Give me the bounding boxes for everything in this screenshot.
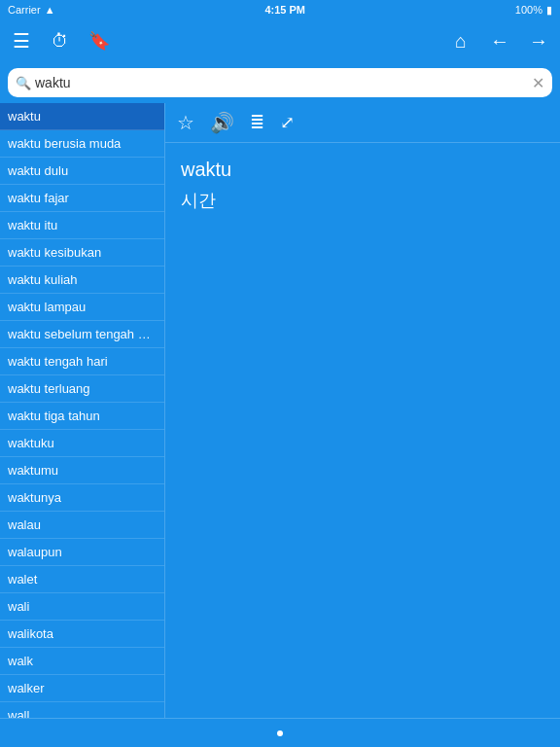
detail-toolbar: ☆ 🔊 ≣ ⤢ bbox=[165, 103, 560, 143]
word-list-item[interactable]: waktu fajar bbox=[0, 185, 164, 212]
word-list-item[interactable]: waktu berusia muda bbox=[0, 130, 164, 158]
detail-translation: 시간 bbox=[181, 189, 544, 212]
word-list-item[interactable]: walaupun bbox=[0, 539, 164, 566]
nav-left: ☰ ⏱ 🔖 bbox=[8, 29, 113, 53]
word-list-item[interactable]: wall bbox=[0, 702, 164, 718]
detail-panel: ☆ 🔊 ≣ ⤢ waktu 시간 bbox=[165, 103, 560, 718]
word-list-item[interactable]: walk bbox=[0, 648, 164, 675]
word-list-item[interactable]: waktu itu bbox=[0, 212, 164, 239]
tab-bar bbox=[0, 718, 560, 747]
search-clear-icon[interactable]: ✕ bbox=[532, 74, 544, 92]
search-input[interactable] bbox=[35, 75, 532, 90]
tab-indicator bbox=[277, 730, 283, 736]
status-time: 4:15 PM bbox=[264, 4, 305, 16]
nav-right: ⌂ ← → bbox=[447, 30, 552, 53]
status-right: 100% ▮ bbox=[515, 4, 552, 17]
word-list: waktuwaktu berusia mudawaktu duluwaktu f… bbox=[0, 103, 165, 718]
word-list-item[interactable]: walet bbox=[0, 566, 164, 593]
search-icon: 🔍 bbox=[16, 76, 31, 90]
word-list-item[interactable]: waktu dulu bbox=[0, 158, 164, 185]
search-input-wrap: 🔍 ✕ bbox=[8, 68, 552, 97]
expand-icon[interactable]: ⤢ bbox=[280, 112, 295, 133]
word-list-item[interactable]: waktu tengah hari bbox=[0, 348, 164, 375]
battery-icon: ▮ bbox=[546, 4, 552, 17]
word-list-item[interactable]: waktu lampau bbox=[0, 294, 164, 321]
wifi-icon: ▲ bbox=[45, 4, 55, 16]
word-list-item[interactable]: waktu tiga tahun bbox=[0, 403, 164, 430]
menu-icon[interactable]: ☰ bbox=[8, 29, 35, 53]
word-list-item[interactable]: walikota bbox=[0, 621, 164, 648]
home-icon[interactable]: ⌂ bbox=[447, 30, 474, 53]
list-detail-icon[interactable]: ≣ bbox=[250, 112, 264, 133]
status-bar: Carrier ▲ 4:15 PM 100% ▮ bbox=[0, 0, 560, 19]
word-list-item[interactable]: waktu kesibukan bbox=[0, 239, 164, 267]
star-icon[interactable]: ☆ bbox=[177, 111, 194, 134]
back-icon[interactable]: ← bbox=[486, 30, 513, 53]
word-list-item[interactable]: waktunya bbox=[0, 484, 164, 512]
audio-icon[interactable]: 🔊 bbox=[210, 111, 234, 134]
history-icon[interactable]: ⏱ bbox=[47, 31, 74, 52]
battery-label: 100% bbox=[515, 4, 542, 16]
carrier-label: Carrier bbox=[8, 4, 41, 16]
word-list-item[interactable]: waktuku bbox=[0, 430, 164, 457]
bookmark-add-icon[interactable]: 🔖 bbox=[86, 30, 113, 52]
word-list-item[interactable]: wali bbox=[0, 593, 164, 621]
status-left: Carrier ▲ bbox=[8, 4, 55, 16]
search-bar: 🔍 ✕ bbox=[0, 62, 560, 103]
forward-icon[interactable]: → bbox=[525, 30, 552, 53]
word-list-item[interactable]: walker bbox=[0, 675, 164, 702]
word-list-item[interactable]: waktu terluang bbox=[0, 375, 164, 403]
word-list-item[interactable]: waktu bbox=[0, 103, 164, 130]
detail-content: waktu 시간 bbox=[165, 143, 560, 718]
word-list-item[interactable]: walau bbox=[0, 512, 164, 539]
word-list-item[interactable]: waktu kuliah bbox=[0, 267, 164, 294]
main-content: waktuwaktu berusia mudawaktu duluwaktu f… bbox=[0, 103, 560, 718]
detail-word: waktu bbox=[181, 159, 544, 181]
nav-bar: ☰ ⏱ 🔖 ⌂ ← → bbox=[0, 19, 560, 62]
word-list-item[interactable]: waktu sebelum tengah hari bbox=[0, 321, 164, 348]
word-list-item[interactable]: waktumu bbox=[0, 457, 164, 484]
